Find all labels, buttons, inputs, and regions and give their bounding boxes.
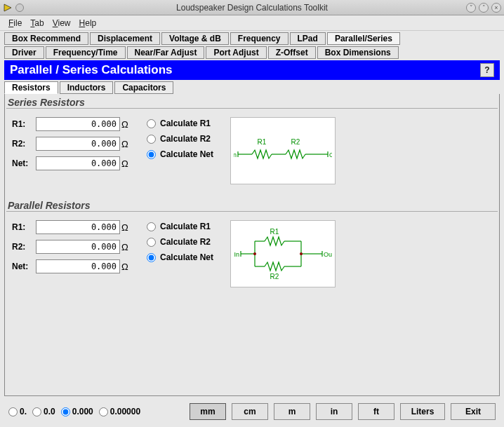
subtabs-row: Resistors Inductors Capacitors — [0, 81, 504, 94]
subtab-capacitors[interactable]: Capacitors — [114, 81, 173, 94]
parallel-schem-in: In — [234, 251, 240, 258]
help-button[interactable]: ? — [480, 63, 494, 77]
parallel-schem-r1: R1 — [270, 228, 279, 236]
series-net-unit: Ω — [120, 158, 130, 169]
series-r2-label: R2: — [12, 139, 36, 149]
parallel-fields: R1: Ω R2: Ω Net: Ω — [12, 220, 130, 273]
series-schem-in: In — [234, 151, 237, 158]
tab-displacement[interactable]: Displacement — [90, 32, 160, 45]
parallel-calc-r1-radio[interactable]: Calculate R1 — [147, 222, 213, 231]
menu-help[interactable]: Help — [75, 17, 101, 29]
series-calc-r1-radio[interactable]: Calculate R1 — [147, 118, 213, 128]
series-fields: R1: Ω R2: Ω Net: Ω — [12, 117, 130, 170]
parallel-r2-input[interactable] — [36, 240, 120, 254]
tab-box-dimensions[interactable]: Box Dimensions — [317, 46, 399, 59]
series-calc-net-radio[interactable]: Calculate Net — [147, 149, 213, 159]
titlebar: Loudspeaker Design Calculations Toolkit … — [0, 0, 504, 15]
parallel-schematic: R1 R2 In Out — [230, 220, 336, 287]
unit-cm-button[interactable]: cm — [232, 403, 268, 420]
parallel-net-label: Net: — [12, 262, 36, 271]
series-schem-r2: R2 — [291, 138, 300, 146]
series-r1-input[interactable] — [36, 117, 120, 131]
series-r2-unit: Ω — [120, 139, 130, 149]
parallel-section-title: Parallel Resistors — [6, 198, 498, 212]
tabs-row-2: Driver Frequency/Time Near/Far Adjust Po… — [0, 46, 504, 59]
tab-frequency[interactable]: Frequency — [230, 32, 289, 45]
menu-tab[interactable]: Tab — [26, 17, 48, 29]
unit-mm-button[interactable]: mm — [190, 403, 226, 420]
series-schem-r1: R1 — [258, 138, 267, 146]
precision-2[interactable]: 0.000 — [61, 407, 93, 416]
tab-driver[interactable]: Driver — [4, 46, 44, 59]
unit-in-button[interactable]: in — [316, 403, 352, 420]
tab-voltage-db[interactable]: Voltage & dB — [161, 32, 229, 45]
series-section-title: Series Resistors — [6, 95, 498, 109]
series-calc-radios: Calculate R1 Calculate R2 Calculate Net — [147, 118, 213, 159]
series-r2-input[interactable] — [36, 137, 120, 151]
panel-title-bar: Parallel / Series Calculations ? — [4, 60, 500, 80]
bottom-bar: 0. 0.0 0.000 0.00000 mm cm m in ft Liter… — [0, 399, 504, 427]
parallel-r1-label: R1: — [12, 222, 36, 232]
parallel-calc-r2-radio[interactable]: Calculate R2 — [147, 237, 213, 247]
series-section: R1: Ω R2: Ω Net: Ω Calculate R1 Calculat… — [6, 117, 498, 190]
precision-radios: 0. 0.0 0.000 0.00000 — [8, 407, 140, 416]
series-schem-out: Out — [329, 151, 332, 158]
content-area: Series Resistors R1: Ω R2: Ω Net: Ω Calc… — [4, 94, 500, 396]
unit-m-button[interactable]: m — [274, 403, 310, 420]
series-r1-unit: Ω — [120, 119, 130, 130]
tab-box-recommend[interactable]: Box Recommend — [4, 32, 88, 45]
menubar: File Tab View Help — [0, 15, 504, 31]
series-schematic: R1 R2 In Out — [230, 117, 336, 184]
series-calc-r2-radio[interactable]: Calculate R2 — [147, 134, 213, 144]
series-net-label: Net: — [12, 158, 36, 168]
subtab-inductors[interactable]: Inductors — [60, 81, 114, 94]
subtab-resistors[interactable]: Resistors — [4, 81, 58, 94]
parallel-schem-r2: R2 — [270, 273, 279, 280]
tab-lpad[interactable]: LPad — [290, 32, 326, 45]
panel-title: Parallel / Series Calculations — [10, 63, 173, 77]
parallel-net-input[interactable] — [36, 259, 120, 273]
svg-point-17 — [300, 252, 303, 255]
unit-ft-button[interactable]: ft — [358, 403, 394, 420]
precision-0[interactable]: 0. — [8, 407, 27, 416]
precision-1[interactable]: 0.0 — [32, 407, 55, 416]
tab-port-adjust[interactable]: Port Adjust — [206, 46, 266, 59]
precision-3[interactable]: 0.00000 — [99, 407, 140, 416]
tab-near-far-adjust[interactable]: Near/Far Adjust — [127, 46, 205, 59]
svg-point-16 — [253, 252, 256, 255]
menu-file[interactable]: File — [4, 17, 26, 29]
series-net-input[interactable] — [36, 156, 120, 170]
parallel-calc-net-radio[interactable]: Calculate Net — [147, 252, 213, 262]
series-r1-label: R1: — [12, 119, 36, 129]
window-title: Loudspeaker Design Calculations Toolkit — [0, 3, 504, 13]
parallel-schem-out: Out — [324, 251, 332, 258]
tab-frequency-time[interactable]: Frequency/Time — [46, 46, 126, 59]
parallel-r1-input[interactable] — [36, 220, 120, 234]
tab-z-offset[interactable]: Z-Offset — [268, 46, 316, 59]
unit-liters-button[interactable]: Liters — [400, 403, 445, 420]
parallel-net-unit: Ω — [120, 262, 130, 272]
parallel-r1-unit: Ω — [120, 222, 130, 233]
parallel-calc-radios: Calculate R1 Calculate R2 Calculate Net — [147, 222, 213, 262]
menu-view[interactable]: View — [48, 17, 75, 29]
parallel-r2-unit: Ω — [120, 242, 130, 252]
parallel-r2-label: R2: — [12, 242, 36, 252]
tabs-row-1: Box Recommend Displacement Voltage & dB … — [0, 32, 504, 45]
exit-button[interactable]: Exit — [451, 403, 496, 420]
tab-parallel-series[interactable]: Parallel/Series — [327, 32, 400, 45]
parallel-section: R1: Ω R2: Ω Net: Ω Calculate R1 Calculat… — [6, 220, 498, 293]
